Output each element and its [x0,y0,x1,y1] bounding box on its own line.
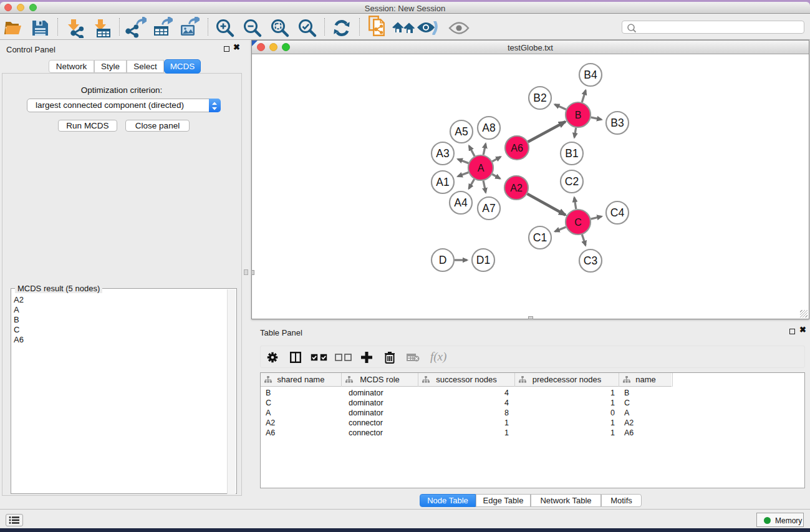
svg-text:B: B [575,110,582,120]
svg-text:B1: B1 [565,147,578,160]
svg-text:C1: C1 [533,231,547,244]
svg-text:A2: A2 [510,183,523,193]
svg-text:A6: A6 [511,143,523,153]
svg-text:A5: A5 [455,125,468,138]
svg-text:A8: A8 [482,122,495,134]
svg-text:A4: A4 [454,196,468,209]
svg-text:D: D [439,254,447,266]
svg-text:A: A [478,163,485,173]
svg-text:A1: A1 [436,176,449,188]
svg-text:B2: B2 [533,92,546,104]
svg-text:B3: B3 [610,117,624,129]
svg-text:C3: C3 [584,254,597,267]
svg-text:C2: C2 [565,175,579,188]
svg-text:B4: B4 [584,69,597,81]
svg-text:A3: A3 [436,147,449,160]
svg-text:A7: A7 [482,202,495,215]
svg-text:C: C [574,217,582,228]
svg-text:D1: D1 [476,254,490,266]
svg-text:C4: C4 [610,206,625,219]
